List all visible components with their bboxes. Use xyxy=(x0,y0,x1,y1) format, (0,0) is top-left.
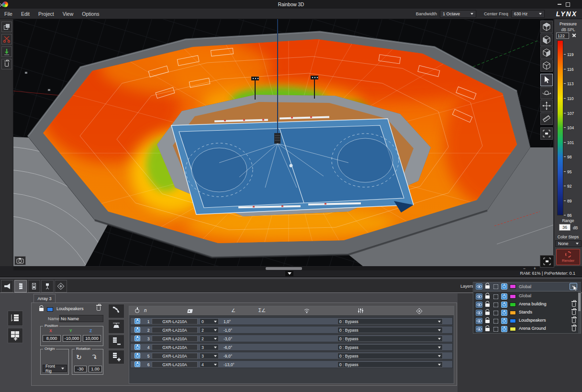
menu-file[interactable]: File xyxy=(0,11,17,17)
range-input[interactable] xyxy=(559,224,571,231)
view-cube-side-button[interactable] xyxy=(540,46,553,59)
orbit-tool-button[interactable] xyxy=(540,87,553,99)
selection-box-icon[interactable] xyxy=(493,311,498,315)
position-x-input[interactable] xyxy=(43,335,61,342)
render-zone-button[interactable] xyxy=(540,255,554,268)
3d-viewport[interactable] xyxy=(13,19,553,266)
model-input[interactable] xyxy=(152,318,198,325)
remove-cabinet-button[interactable] xyxy=(108,335,124,349)
link-select[interactable]: 2 xyxy=(200,336,219,342)
model-input[interactable] xyxy=(152,361,198,368)
minimize-button[interactable] xyxy=(556,1,563,8)
array-color-swatch[interactable] xyxy=(47,307,53,312)
horizontal-scrollbar[interactable]: − + xyxy=(13,267,540,270)
selection-box-icon[interactable] xyxy=(493,294,498,299)
visibility-toggle[interactable] xyxy=(476,283,482,290)
layer-color-swatch[interactable] xyxy=(510,284,516,289)
link-select[interactable]: 4 xyxy=(200,361,219,368)
lock-icon[interactable] xyxy=(39,308,44,311)
layers-dropdown-header[interactable]: Global xyxy=(474,282,581,291)
rotation-tilt-input[interactable] xyxy=(89,366,102,372)
origin-select[interactable]: Front Rig xyxy=(43,365,67,372)
layer-power-toggle[interactable] xyxy=(501,302,507,308)
row-power-toggle[interactable] xyxy=(134,344,140,350)
layer-power-toggle[interactable] xyxy=(501,310,507,316)
layers-scrollbar[interactable] xyxy=(578,292,581,333)
position-z-input[interactable] xyxy=(83,335,101,342)
measure-tool-button[interactable] xyxy=(540,112,553,125)
model-input[interactable] xyxy=(152,353,198,359)
menu-view[interactable]: View xyxy=(58,11,78,17)
selection-box-icon[interactable] xyxy=(493,327,498,332)
model-input[interactable] xyxy=(152,336,198,342)
tab-cabinets[interactable] xyxy=(28,280,40,292)
add-stacked-array-button[interactable] xyxy=(8,328,23,343)
add-cabinet-button[interactable] xyxy=(108,350,124,364)
selection-box-icon[interactable] xyxy=(493,284,498,289)
render-region-tool-button[interactable] xyxy=(540,127,553,140)
delete-layer-icon[interactable] xyxy=(572,327,576,331)
view-cube-iso-button[interactable] xyxy=(540,59,553,72)
row-power-toggle[interactable] xyxy=(134,318,140,324)
visibility-toggle[interactable] xyxy=(476,326,482,332)
layer-color-swatch[interactable] xyxy=(510,319,516,323)
selection-box-icon[interactable] xyxy=(493,302,498,307)
layer-color-swatch[interactable] xyxy=(510,302,516,307)
tab-dsp[interactable] xyxy=(55,280,67,292)
pan-tool-button[interactable] xyxy=(540,100,553,112)
screenshot-button[interactable] xyxy=(14,256,26,265)
delete-layer-icon[interactable] xyxy=(572,311,576,315)
dsp-select[interactable]: 0 : Bypass xyxy=(337,318,443,325)
layer-color-swatch[interactable] xyxy=(510,327,516,331)
layer-row-stands[interactable]: Stands xyxy=(474,309,578,316)
selection-box-icon[interactable] xyxy=(493,319,498,324)
delete-layer-icon[interactable] xyxy=(572,319,576,323)
lock-icon[interactable] xyxy=(485,312,490,315)
row-power-toggle[interactable] xyxy=(134,336,140,341)
lock-icon[interactable] xyxy=(485,303,490,307)
array-splay-button[interactable] xyxy=(108,304,124,318)
lock-icon[interactable] xyxy=(485,285,490,289)
tab-arrays[interactable] xyxy=(14,280,27,292)
menu-options[interactable]: Options xyxy=(78,11,103,17)
row-power-toggle[interactable] xyxy=(134,327,140,333)
position-y-input[interactable] xyxy=(63,335,81,342)
delete-layer-icon[interactable] xyxy=(572,302,576,307)
layer-row-loudspeakers[interactable]: Loudspeakers xyxy=(474,317,578,325)
visibility-toggle[interactable] xyxy=(476,302,482,308)
model-input[interactable] xyxy=(152,327,198,333)
dsp-select[interactable]: 0 : Bypass xyxy=(337,327,443,333)
tab-speaker-mounts[interactable] xyxy=(41,280,54,292)
link-select[interactable]: 3 xyxy=(200,344,219,350)
layers-dropdown-chevron[interactable] xyxy=(570,283,577,290)
visibility-toggle[interactable] xyxy=(476,318,482,324)
link-select[interactable]: 0 xyxy=(200,318,219,325)
array-tab[interactable]: Array 3 xyxy=(34,294,56,302)
maximize-button[interactable] xyxy=(564,1,571,8)
tab-loudspeakers[interactable] xyxy=(1,280,13,292)
zoom-in-button[interactable]: + xyxy=(534,267,536,270)
collapse-panel-button[interactable] xyxy=(285,271,293,276)
duplicate-button[interactable] xyxy=(1,22,12,32)
scrollbar-thumb[interactable] xyxy=(266,267,302,270)
model-input[interactable] xyxy=(152,344,198,350)
layer-row-arena-building[interactable]: Arena building xyxy=(474,301,578,308)
dsp-select[interactable]: 0 : Bypass xyxy=(337,336,443,342)
dsp-select[interactable]: 0 : Bypass xyxy=(337,344,443,350)
array-rigging-button[interactable] xyxy=(108,319,124,334)
zoom-out-button[interactable]: − xyxy=(523,267,526,270)
color-steps-select[interactable]: None xyxy=(555,240,582,247)
render-button[interactable]: Render xyxy=(556,249,580,265)
visibility-toggle[interactable] xyxy=(476,293,482,300)
rotation-azimuth-input[interactable] xyxy=(74,366,87,372)
center-freq-select[interactable]: 630 Hz xyxy=(511,10,545,18)
bandwidth-select[interactable]: 1 Octave xyxy=(440,10,476,18)
layer-power-toggle[interactable] xyxy=(501,326,507,332)
row-power-toggle[interactable] xyxy=(134,353,140,358)
layer-color-swatch[interactable] xyxy=(510,311,516,315)
lock-icon[interactable] xyxy=(485,295,490,299)
layer-row-arena-ground[interactable]: Arena Ground xyxy=(474,325,578,333)
legend-max-input[interactable] xyxy=(556,33,569,39)
dsp-select[interactable]: 0 : Bypass xyxy=(337,353,443,359)
layers-scrollbar-thumb[interactable] xyxy=(578,293,581,311)
